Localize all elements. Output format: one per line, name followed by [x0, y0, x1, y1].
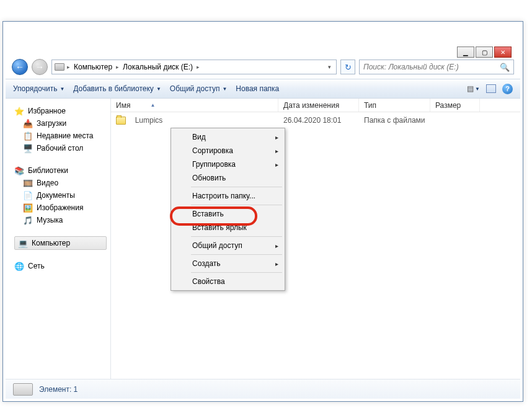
drive-icon — [55, 63, 64, 71]
forward-button[interactable]: → — [32, 59, 48, 75]
drive-icon — [13, 383, 33, 396]
menu-item-paste-shortcut[interactable]: Вставить ярлык — [172, 221, 283, 234]
organize-button[interactable]: Упорядочить▼ — [13, 84, 64, 93]
libraries-group: 📚Библиотеки 🎞️Видео 📄Документы 🖼️Изображ… — [14, 164, 107, 226]
menu-item-refresh[interactable]: Обновить — [172, 171, 283, 185]
chevron-right-icon[interactable]: ▸ — [116, 64, 119, 70]
favorites-group: ⭐Избранное 📥Загрузки 📋Недавние места 🖥️Р… — [14, 105, 107, 154]
nav-item-downloads[interactable]: 📥Загрузки — [14, 117, 107, 130]
column-date[interactable]: Дата изменения — [278, 99, 359, 112]
favorites-label: Избранное — [28, 107, 66, 115]
window-controls: ▁ ▢ ✕ — [457, 47, 512, 58]
menu-item-group[interactable]: Группировка — [172, 157, 283, 171]
add-to-library-label: Добавить в библиотеку — [73, 84, 154, 93]
menu-item-customize[interactable]: Настроить папку... — [172, 189, 283, 203]
libraries-label: Библиотеки — [28, 166, 68, 175]
sort-asc-icon: ▲ — [150, 102, 155, 108]
toolbar-right: ▤▼ ? — [467, 84, 513, 94]
nav-item-label: Сеть — [28, 262, 45, 270]
pictures-icon: 🖼️ — [23, 203, 33, 213]
menu-item-sort[interactable]: Сортировка — [172, 144, 283, 157]
preview-pane-button[interactable] — [486, 84, 496, 93]
nav-item-pictures[interactable]: 🖼️Изображения — [14, 202, 107, 214]
organize-label: Упорядочить — [13, 84, 57, 93]
column-name[interactable]: Имя▲ — [111, 99, 278, 112]
navigation-pane: ⭐Избранное 📥Загрузки 📋Недавние места 🖥️Р… — [6, 99, 111, 379]
file-row[interactable]: Lumpics 26.04.2020 18:01 Папка с файлами — [111, 112, 520, 126]
menu-item-view[interactable]: Вид — [172, 130, 283, 144]
nav-item-label: Видео — [37, 179, 58, 187]
star-icon: ⭐ — [14, 106, 24, 116]
nav-item-label: Музыка — [37, 216, 63, 224]
chevron-down-icon: ▼ — [60, 86, 64, 92]
minimize-button[interactable]: ▁ — [457, 47, 474, 58]
network-group: 🌐Сеть — [14, 260, 107, 272]
toolbar: Упорядочить▼ Добавить в библиотеку▼ Общи… — [6, 79, 520, 99]
network-icon: 🌐 — [14, 261, 24, 271]
help-button[interactable]: ? — [502, 84, 513, 94]
menu-separator — [191, 254, 282, 255]
nav-item-network[interactable]: 🌐Сеть — [14, 260, 107, 272]
address-bar[interactable]: ▸ Компьютер ▸ Локальный диск (E:) ▸ ▾ — [51, 60, 337, 74]
search-box[interactable]: 🔍 — [359, 60, 514, 74]
folder-icon — [116, 117, 126, 125]
chevron-right-icon[interactable]: ▸ — [197, 64, 200, 70]
libraries-header[interactable]: 📚Библиотеки — [14, 164, 107, 177]
nav-item-recent[interactable]: 📋Недавние места — [14, 130, 107, 142]
nav-item-computer[interactable]: 💻Компьютер — [14, 236, 107, 250]
column-headers: Имя▲ Дата изменения Тип Размер — [111, 99, 520, 112]
document-icon: 📄 — [23, 190, 33, 200]
new-folder-button[interactable]: Новая папка — [236, 84, 279, 93]
nav-item-label: Рабочий стол — [37, 144, 83, 153]
nav-item-documents[interactable]: 📄Документы — [14, 189, 107, 202]
menu-separator — [191, 187, 282, 187]
list-icon: ▤ — [467, 84, 474, 93]
nav-item-label: Загрузки — [37, 119, 66, 128]
nav-item-label: Изображения — [37, 203, 83, 212]
desktop-icon: 🖥️ — [23, 143, 33, 153]
nav-item-label: Документы — [37, 191, 75, 200]
add-to-library-button[interactable]: Добавить в библиотеку▼ — [73, 84, 161, 93]
computer-icon: 💻 — [18, 238, 28, 248]
file-date-cell: 26.04.2020 18:01 — [278, 115, 359, 126]
menu-item-new[interactable]: Создать — [172, 257, 283, 270]
view-mode-button[interactable]: ▤▼ — [467, 84, 480, 93]
chevron-right-icon[interactable]: ▸ — [67, 64, 70, 70]
column-label: Имя — [116, 101, 130, 110]
nav-item-videos[interactable]: 🎞️Видео — [14, 177, 107, 189]
navigation-row: ← → ▸ Компьютер ▸ Локальный диск (E:) ▸ … — [12, 58, 514, 76]
maximize-button[interactable]: ▢ — [476, 47, 493, 58]
status-bar: Элемент: 1 — [6, 379, 520, 399]
column-size[interactable]: Размер — [430, 99, 480, 112]
nav-item-music[interactable]: 🎵Музыка — [14, 214, 107, 226]
recent-icon: 📋 — [23, 131, 33, 141]
menu-item-share[interactable]: Общий доступ — [172, 239, 283, 252]
context-menu: Вид Сортировка Группировка Обновить Наст… — [171, 128, 285, 291]
chevron-down-icon: ▼ — [475, 86, 480, 92]
search-icon[interactable]: 🔍 — [500, 63, 510, 72]
chevron-down-icon: ▼ — [222, 86, 227, 92]
column-type[interactable]: Тип — [359, 99, 430, 112]
music-icon: 🎵 — [23, 215, 33, 225]
nav-item-label: Компьютер — [32, 239, 70, 247]
menu-item-paste[interactable]: Вставить — [172, 207, 283, 221]
file-name: Lumpics — [135, 116, 163, 125]
menu-separator — [191, 236, 282, 237]
menu-item-properties[interactable]: Свойства — [172, 275, 283, 288]
search-input[interactable] — [363, 63, 497, 71]
breadcrumb-computer[interactable]: Компьютер — [73, 63, 113, 71]
favorites-header[interactable]: ⭐Избранное — [14, 105, 107, 117]
file-size-cell — [430, 115, 480, 126]
refresh-button[interactable]: ↻ — [340, 60, 355, 74]
address-dropdown-icon[interactable]: ▾ — [326, 64, 334, 70]
breadcrumb-drive[interactable]: Локальный диск (E:) — [122, 63, 194, 71]
share-label: Общий доступ — [170, 84, 220, 93]
downloads-icon: 📥 — [23, 118, 33, 128]
video-icon: 🎞️ — [23, 178, 33, 188]
close-button[interactable]: ✕ — [494, 47, 512, 58]
share-button[interactable]: Общий доступ▼ — [170, 84, 228, 93]
nav-item-desktop[interactable]: 🖥️Рабочий стол — [14, 142, 107, 154]
back-button[interactable]: ← — [12, 59, 28, 75]
file-type-cell: Папка с файлами — [359, 115, 430, 126]
file-name-cell: Lumpics — [111, 115, 278, 126]
